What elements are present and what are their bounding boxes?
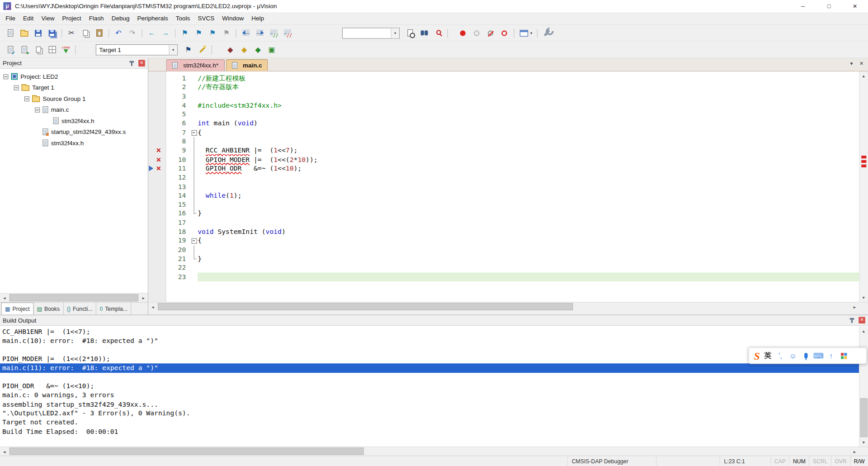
build-output-log[interactable]: CC_AHB1ENR |= (1<<7);main.c(10): error: … bbox=[0, 326, 859, 447]
stop-build-icon[interactable]: ◆ bbox=[224, 43, 236, 56]
panel-tab-functi[interactable]: {}Functi... bbox=[64, 303, 97, 315]
menu-tools[interactable]: Tools bbox=[172, 13, 194, 23]
find-in-files-icon[interactable] bbox=[418, 27, 430, 39]
soft-keyboard-icon[interactable]: ⌨ bbox=[814, 351, 823, 360]
panel-tab-templa[interactable]: 0Templa... bbox=[96, 303, 131, 315]
scrollbar-thumb[interactable] bbox=[158, 303, 573, 310]
ime-language-indicator[interactable]: 英 bbox=[764, 351, 772, 361]
code-line[interactable]: ✕11 GPIOH_ODR &=~ (1<<10); bbox=[148, 164, 859, 173]
code-text[interactable]: { bbox=[198, 128, 859, 137]
punctuation-icon[interactable]: ’, bbox=[776, 351, 785, 360]
scroll-left-icon[interactable]: ◄ bbox=[0, 294, 9, 303]
quick-search-combobox[interactable]: ▾ bbox=[342, 28, 400, 38]
menu-view[interactable]: View bbox=[38, 13, 58, 23]
maximize-button[interactable]: □ bbox=[816, 0, 842, 12]
tree-item[interactable]: startup_stm32f429_439xx.s bbox=[0, 126, 148, 137]
dropdown-arrow-icon[interactable]: ▾ bbox=[169, 45, 177, 55]
navigate-forward-icon[interactable]: → bbox=[160, 27, 172, 39]
expander-minus-icon[interactable] bbox=[35, 107, 40, 112]
menu-file[interactable]: File bbox=[2, 13, 19, 23]
flag-options-icon[interactable]: ⚑ bbox=[182, 43, 194, 56]
build-output-line[interactable]: assembling startup_stm32f429_439xx.s... bbox=[2, 400, 859, 409]
code-text[interactable]: void SystemInit (void) bbox=[198, 227, 859, 236]
code-text[interactable] bbox=[198, 182, 859, 191]
voice-input-icon[interactable] bbox=[802, 351, 811, 360]
code-line[interactable]: 4#include<stm32f4xx.h> bbox=[148, 101, 859, 110]
enable-breakpoint-icon[interactable] bbox=[471, 27, 483, 39]
emoji-icon[interactable]: ☺ bbox=[788, 351, 797, 360]
code-text[interactable]: //寄存器版本 bbox=[198, 83, 859, 92]
close-document-button[interactable]: ✕ bbox=[859, 61, 863, 67]
window-layout-icon[interactable] bbox=[518, 27, 530, 39]
build-output-line[interactable]: Build Time Elapsed: 00:00:01 bbox=[2, 427, 859, 436]
undo-icon[interactable]: ↶ bbox=[113, 27, 125, 39]
code-editor[interactable]: 1//新建工程模板2//寄存器版本34#include<stm32f4xx.h>… bbox=[148, 71, 868, 302]
code-line[interactable]: 6int main (void) bbox=[148, 119, 859, 128]
code-line[interactable]: 2//寄存器版本 bbox=[148, 83, 859, 92]
options-for-target-icon[interactable] bbox=[196, 43, 208, 56]
disable-all-breakpoints-icon[interactable] bbox=[484, 27, 496, 39]
dropdown-arrow-icon[interactable]: ▾ bbox=[391, 28, 399, 38]
build-output-line[interactable]: PIOH_ODR &=~ (1<<10); bbox=[2, 382, 859, 391]
code-text[interactable] bbox=[198, 200, 859, 209]
code-line[interactable]: 14 while(1); bbox=[148, 191, 859, 200]
new-file-icon[interactable] bbox=[5, 27, 17, 39]
editor-vertical-scrollbar[interactable]: ▲ ▼ bbox=[859, 71, 868, 302]
menu-svcs[interactable]: SVCS bbox=[194, 13, 218, 23]
bookmark-clear-icon[interactable]: ⚑ bbox=[220, 27, 232, 39]
pin-icon[interactable] bbox=[128, 60, 134, 66]
code-line[interactable]: 13 bbox=[148, 182, 859, 191]
code-line[interactable]: 22 bbox=[148, 263, 859, 272]
scroll-down-icon[interactable]: ▼ bbox=[859, 293, 868, 302]
copy-icon[interactable] bbox=[79, 27, 91, 39]
build-output-line[interactable] bbox=[2, 346, 859, 355]
code-line[interactable]: 17 bbox=[148, 218, 859, 227]
find-next-icon[interactable] bbox=[404, 27, 416, 39]
code-line[interactable]: 15 bbox=[148, 200, 859, 209]
code-text[interactable] bbox=[198, 245, 859, 254]
debug-session-icon[interactable]: ◆ bbox=[238, 43, 250, 56]
download-load-icon[interactable] bbox=[60, 43, 72, 56]
close-panel-button[interactable]: ✕ bbox=[138, 60, 145, 67]
fold-collapse-icon[interactable] bbox=[190, 128, 198, 137]
close-panel-button[interactable]: ✕ bbox=[859, 317, 865, 323]
build-output-line[interactable]: main.c(10): error: #18: expected a ")" bbox=[2, 337, 859, 346]
code-text[interactable] bbox=[198, 263, 859, 272]
indent-icon[interactable] bbox=[254, 27, 266, 39]
code-text[interactable]: GPIOH_ODR &=~ (1<<10); bbox=[198, 164, 859, 173]
code-text[interactable]: } bbox=[198, 254, 859, 263]
menu-debug[interactable]: Debug bbox=[108, 13, 133, 23]
open-file-icon[interactable] bbox=[18, 27, 30, 39]
code-line[interactable]: 12 bbox=[148, 173, 859, 182]
code-line[interactable]: 20 bbox=[148, 245, 859, 254]
build-output-line[interactable]: CC_AHB1ENR |= (1<<7); bbox=[2, 328, 859, 337]
code-line[interactable]: 19{ bbox=[148, 236, 859, 245]
code-line[interactable]: 18void SystemInit (void) bbox=[148, 227, 859, 236]
tree-item[interactable]: stm32f4xx.h bbox=[0, 115, 148, 126]
find-icon[interactable] bbox=[432, 27, 444, 39]
code-text[interactable]: { bbox=[198, 236, 859, 245]
scrollbar-thumb[interactable] bbox=[860, 398, 868, 437]
build-output-vertical-scrollbar[interactable]: ▲ ▼ bbox=[859, 326, 868, 447]
paste-icon[interactable] bbox=[93, 27, 105, 39]
code-text[interactable] bbox=[198, 110, 859, 119]
code-text[interactable]: GPIOH_MODER |= (1<<(2*10)); bbox=[198, 155, 859, 164]
project-horizontal-scrollbar[interactable]: ◄ ► bbox=[0, 293, 148, 302]
insert-breakpoint-icon[interactable] bbox=[457, 27, 469, 39]
scroll-right-icon[interactable]: ► bbox=[850, 447, 859, 456]
bookmark-prev-icon[interactable]: ⚑ bbox=[193, 27, 205, 39]
redo-icon[interactable]: ↷ bbox=[126, 27, 138, 39]
code-text[interactable]: int main (void) bbox=[198, 119, 859, 128]
code-line[interactable]: 3 bbox=[148, 92, 859, 101]
tree-item[interactable]: Source Group 1 bbox=[0, 93, 148, 104]
minimize-button[interactable]: ─ bbox=[790, 0, 816, 12]
tree-item[interactable]: Project: LED2 bbox=[0, 71, 148, 82]
fold-collapse-icon[interactable] bbox=[190, 236, 198, 245]
rebuild-icon[interactable] bbox=[32, 43, 44, 56]
build-icon[interactable] bbox=[18, 43, 30, 56]
toolbox-icon[interactable]: ↑ bbox=[827, 351, 836, 360]
code-text[interactable]: //新建工程模板 bbox=[198, 74, 859, 83]
document-list-button[interactable]: ▾ bbox=[850, 61, 853, 67]
pin-icon[interactable] bbox=[849, 317, 854, 323]
scrollbar-thumb[interactable] bbox=[9, 447, 364, 455]
